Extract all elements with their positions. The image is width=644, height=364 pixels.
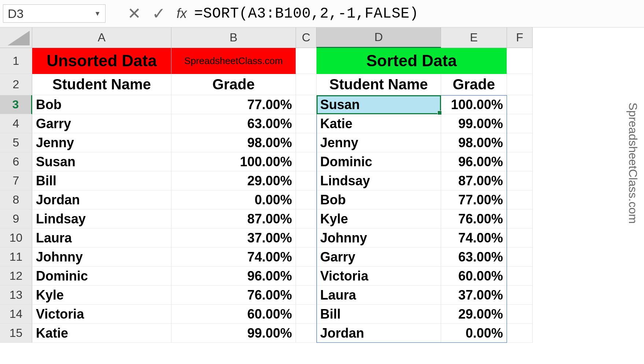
cell-C[interactable]: [296, 267, 317, 286]
sorted-name[interactable]: Susan: [317, 95, 441, 114]
sorted-col-name[interactable]: Student Name: [317, 74, 441, 95]
confirm-icon[interactable]: ✓: [152, 5, 166, 22]
sorted-name[interactable]: Bill: [317, 305, 441, 324]
row-header-9[interactable]: 9: [0, 209, 32, 229]
cell-F[interactable]: [507, 209, 533, 229]
unsorted-grade[interactable]: 99.00%: [171, 324, 296, 343]
unsorted-grade[interactable]: 60.00%: [171, 305, 296, 324]
unsorted-name[interactable]: Dominic: [32, 267, 171, 286]
cell-C[interactable]: [296, 209, 317, 229]
row-header-10[interactable]: 10: [0, 229, 32, 248]
cell-C[interactable]: [296, 190, 317, 209]
sorted-grade[interactable]: 99.00%: [441, 114, 507, 133]
cell-C[interactable]: [296, 114, 317, 133]
sorted-grade[interactable]: 60.00%: [441, 267, 507, 286]
unsorted-col-grade[interactable]: Grade: [171, 74, 296, 95]
cell-F[interactable]: [507, 305, 533, 324]
unsorted-grade[interactable]: 96.00%: [171, 267, 296, 286]
unsorted-grade[interactable]: 74.00%: [171, 248, 296, 267]
row-header-14[interactable]: 14: [0, 305, 32, 324]
unsorted-name[interactable]: Susan: [32, 152, 171, 171]
cell-F[interactable]: [507, 267, 533, 286]
sorted-name[interactable]: Johnny: [317, 229, 441, 248]
sorted-name[interactable]: Jenny: [317, 133, 441, 152]
row-header-5[interactable]: 5: [0, 133, 32, 152]
cell-F[interactable]: [507, 114, 533, 133]
sorted-name[interactable]: Jordan: [317, 324, 441, 343]
sorted-grade[interactable]: 76.00%: [441, 209, 507, 229]
cell-F[interactable]: [507, 324, 533, 343]
cell-C[interactable]: [296, 152, 317, 171]
sorted-grade[interactable]: 37.00%: [441, 286, 507, 305]
col-header-B[interactable]: B: [171, 27, 296, 48]
row-header-11[interactable]: 11: [0, 248, 32, 267]
unsorted-title[interactable]: Unsorted Data: [32, 48, 171, 74]
cell-C[interactable]: [296, 95, 317, 114]
col-header-C[interactable]: C: [296, 27, 317, 48]
unsorted-name[interactable]: Katie: [32, 324, 171, 343]
fx-label[interactable]: fx: [177, 6, 187, 21]
unsorted-name[interactable]: Jenny: [32, 133, 171, 152]
sorted-grade[interactable]: 87.00%: [441, 171, 507, 190]
cell-C[interactable]: [296, 248, 317, 267]
sorted-grade[interactable]: 63.00%: [441, 248, 507, 267]
cell-C[interactable]: [296, 324, 317, 343]
unsorted-grade[interactable]: 0.00%: [171, 190, 296, 209]
sorted-grade[interactable]: 74.00%: [441, 229, 507, 248]
unsorted-name[interactable]: Bob: [32, 95, 171, 114]
unsorted-grade[interactable]: 37.00%: [171, 229, 296, 248]
unsorted-grade[interactable]: 100.00%: [171, 152, 296, 171]
unsorted-grade[interactable]: 29.00%: [171, 171, 296, 190]
cell-F[interactable]: [507, 133, 533, 152]
cell-C[interactable]: [296, 133, 317, 152]
row-header-3[interactable]: 3: [0, 95, 32, 114]
unsorted-name[interactable]: Garry: [32, 114, 171, 133]
unsorted-name[interactable]: Johnny: [32, 248, 171, 267]
cell-F[interactable]: [507, 286, 533, 305]
sorted-name[interactable]: Laura: [317, 286, 441, 305]
cell-C[interactable]: [296, 229, 317, 248]
cell-F[interactable]: [507, 171, 533, 190]
row-header-4[interactable]: 4: [0, 114, 32, 133]
row-header-7[interactable]: 7: [0, 171, 32, 190]
unsorted-name[interactable]: Kyle: [32, 286, 171, 305]
sorted-grade[interactable]: 0.00%: [441, 324, 507, 343]
col-header-A[interactable]: A: [32, 27, 171, 48]
sorted-grade[interactable]: 77.00%: [441, 190, 507, 209]
unsorted-name[interactable]: Victoria: [32, 305, 171, 324]
attribution[interactable]: SpreadsheetClass.com: [171, 48, 296, 74]
unsorted-grade[interactable]: 63.00%: [171, 114, 296, 133]
grid[interactable]: Unsorted Data SpreadsheetClass.com Sorte…: [32, 48, 533, 343]
sorted-grade[interactable]: 100.00%: [441, 95, 507, 114]
cell-C2[interactable]: [296, 74, 317, 95]
col-header-D[interactable]: D: [317, 27, 441, 48]
sorted-grade[interactable]: 98.00%: [441, 133, 507, 152]
sorted-grade[interactable]: 96.00%: [441, 152, 507, 171]
sorted-title[interactable]: Sorted Data: [317, 48, 507, 74]
unsorted-grade[interactable]: 98.00%: [171, 133, 296, 152]
col-header-F[interactable]: F: [507, 27, 533, 48]
row-header-1[interactable]: 1: [0, 48, 32, 74]
row-header-15[interactable]: 15: [0, 324, 32, 343]
sorted-name[interactable]: Katie: [317, 114, 441, 133]
row-header-2[interactable]: 2: [0, 74, 32, 95]
name-box[interactable]: D3 ▼: [3, 4, 106, 23]
cell-C[interactable]: [296, 171, 317, 190]
unsorted-name[interactable]: Laura: [32, 229, 171, 248]
sorted-col-grade[interactable]: Grade: [441, 74, 507, 95]
sorted-name[interactable]: Dominic: [317, 152, 441, 171]
cell-F2[interactable]: [507, 74, 533, 95]
row-header-13[interactable]: 13: [0, 286, 32, 305]
sorted-name[interactable]: Bob: [317, 190, 441, 209]
cell-F[interactable]: [507, 248, 533, 267]
chevron-down-icon[interactable]: ▼: [94, 10, 101, 18]
unsorted-grade[interactable]: 76.00%: [171, 286, 296, 305]
row-header-8[interactable]: 8: [0, 190, 32, 209]
sorted-name[interactable]: Garry: [317, 248, 441, 267]
select-all-corner[interactable]: [0, 27, 32, 48]
unsorted-grade[interactable]: 87.00%: [171, 209, 296, 229]
unsorted-name[interactable]: Lindsay: [32, 209, 171, 229]
cell-F[interactable]: [507, 95, 533, 114]
unsorted-name[interactable]: Jordan: [32, 190, 171, 209]
sorted-grade[interactable]: 29.00%: [441, 305, 507, 324]
